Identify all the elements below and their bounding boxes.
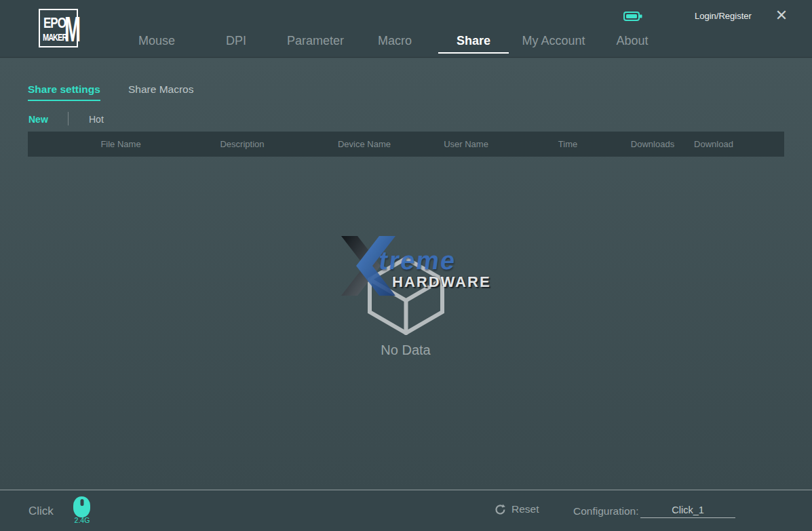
login-register-link[interactable]: Login/Register <box>695 11 752 21</box>
top-bar: EPO M MAKER Mouse DPI Parameter Macro Sh… <box>0 0 812 58</box>
mouse-wheel-slot <box>80 499 83 506</box>
wireless-2-4g-badge: 2.4G <box>75 516 90 524</box>
reset-button[interactable]: Reset <box>495 503 539 515</box>
logo-text-m: M <box>64 9 81 50</box>
tab-my-account[interactable]: My Account <box>522 34 585 48</box>
xtreme-hardware-watermark: treme HARDWARE <box>337 235 483 298</box>
reset-label: Reset <box>511 503 539 515</box>
bottom-bar: Click 2.4G Reset Configuration: Click_1 <box>0 490 812 531</box>
close-icon[interactable]: ✕ <box>773 7 790 24</box>
tab-macro[interactable]: Macro <box>378 34 412 48</box>
tab-share-macros[interactable]: Share Macros <box>128 83 193 96</box>
configuration-value-field[interactable]: Click_1 <box>640 502 735 518</box>
logo-text-maker: MAKER <box>43 32 66 43</box>
column-time: Time <box>558 139 577 149</box>
filter-divider <box>68 112 69 125</box>
column-download: Download <box>694 139 733 149</box>
tab-parameter[interactable]: Parameter <box>287 34 344 48</box>
column-file-name: File Name <box>100 139 140 149</box>
mode-label: Click <box>28 505 54 518</box>
logo-text-epo: EPO <box>43 15 66 32</box>
tab-about[interactable]: About <box>616 34 648 48</box>
tab-share-settings[interactable]: Share settings <box>28 83 100 96</box>
tab-dpi[interactable]: DPI <box>226 34 246 48</box>
epomaker-logo: EPO M MAKER <box>39 9 78 47</box>
share-table-header: File Name Description Device Name User N… <box>28 132 784 157</box>
mouse-icon <box>73 496 90 517</box>
column-user-name: User Name <box>444 139 488 149</box>
filter-new[interactable]: New <box>28 114 48 125</box>
tab-share[interactable]: Share <box>457 34 490 48</box>
watermark-treme-text: treme <box>377 246 459 275</box>
reset-refresh-icon <box>495 504 506 515</box>
column-description: Description <box>220 139 264 149</box>
watermark-hardware-text: HARDWARE <box>392 273 491 291</box>
battery-icon <box>623 11 642 22</box>
share-panel: Share settings Share Macros New Hot File… <box>0 58 812 489</box>
filter-hot[interactable]: Hot <box>89 114 104 125</box>
epomaker-app-window: EPO M MAKER Mouse DPI Parameter Macro Sh… <box>0 0 812 531</box>
tab-mouse[interactable]: Mouse <box>138 34 175 48</box>
column-device-name: Device Name <box>338 139 391 149</box>
no-data-label: No Data <box>381 342 430 358</box>
configuration-label: Configuration: <box>573 505 639 517</box>
column-downloads: Downloads <box>631 139 674 149</box>
